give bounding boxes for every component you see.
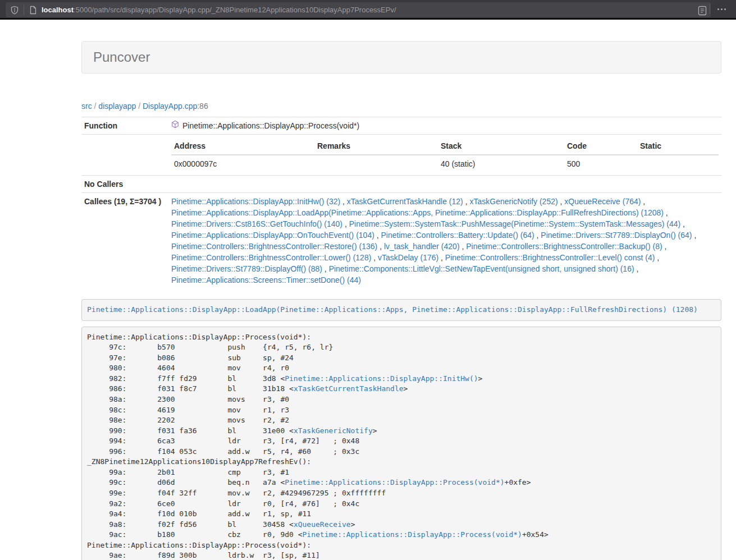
callee-link[interactable]: vTaskDelay (176) — [378, 253, 438, 262]
largest-symbol-banner: Pinetime::Applications::DisplayApp::Load… — [81, 299, 721, 321]
callee-link[interactable]: lv_task_handler (420) — [384, 242, 460, 251]
callee-link[interactable]: Pinetime::Controllers::BrightnessControl… — [466, 242, 662, 251]
callee-link[interactable]: Pinetime::Applications::Screens::Timer::… — [171, 276, 361, 284]
urlbar-divider — [24, 5, 24, 15]
code-symbol-link[interactable]: xQueueReceive — [294, 520, 351, 529]
callee-link[interactable]: Pinetime::System::SystemTask::PushMessag… — [349, 219, 681, 228]
metrics-values-row: 0x0000097c 40 (static) 500 — [171, 155, 719, 172]
callee-link[interactable]: xTaskGetCurrentTaskHandle (12) — [347, 197, 463, 206]
code-line: 98e: 2202 movs r2, #2 — [87, 415, 716, 426]
symbol-info-table: Function Pinetime::Applications::Display… — [81, 117, 721, 288]
callee-link[interactable]: Pinetime::Controllers::Battery::Update()… — [381, 231, 534, 240]
address-bar[interactable]: localhost:5000/path/src/displayapp/Displ… — [6, 2, 711, 17]
code-line: 986: f031 f8c7 bl 31b18 <xTaskGetCurrent… — [87, 384, 716, 394]
callee-link[interactable]: xTaskGenericNotify (252) — [469, 197, 557, 206]
code-line: 99a: 2b01 cmp r3, #1 — [87, 467, 716, 478]
largest-symbol-link[interactable]: Pinetime::Applications::DisplayApp::Load… — [87, 305, 698, 314]
callees-list: Pinetime::Applications::DisplayApp::Init… — [168, 193, 721, 289]
col-code: Code — [564, 137, 637, 155]
code-line: 99e: f04f 32ff mov.w r2, #4294967295 ; 0… — [87, 488, 716, 499]
code-line: 9a8: f02f fd56 bl 30458 <xQueueReceive> — [87, 520, 716, 530]
toolbar-divider — [710, 4, 710, 14]
function-label: Function — [81, 117, 168, 135]
callee-separator: , — [340, 197, 347, 206]
code-line: 980: 4604 mov r4, r0 — [87, 363, 716, 374]
callee-separator: , — [374, 231, 381, 240]
code-line: 990: f031 fa36 bl 31e00 <xTaskGenericNot… — [87, 426, 716, 437]
breadcrumb-link[interactable]: displayapp — [98, 102, 136, 111]
code-line: 994: 6ca3 ldr r3, [r4, #72] ; 0x48 — [87, 436, 716, 447]
code-line: Pinetime::Applications::DisplayApp::Proc… — [87, 540, 716, 551]
col-stack: Stack — [438, 137, 564, 155]
code-symbol-link[interactable]: Pinetime::Applications::DisplayApp::Init… — [285, 374, 478, 383]
brand-link[interactable]: Puncover — [93, 49, 150, 65]
page-content: Puncover src / displayapp / DisplayApp.c… — [81, 41, 721, 560]
breadcrumb-line-number: :86 — [197, 102, 208, 111]
function-name-text: Pinetime::Applications::DisplayApp::Proc… — [182, 120, 359, 131]
callee-link[interactable]: Pinetime::Applications::DisplayApp::OnTo… — [171, 231, 374, 240]
callee-link[interactable]: Pinetime::Drivers::Cst816S::GetTouchInfo… — [171, 219, 342, 228]
callee-link[interactable]: Pinetime::Applications::DisplayApp::Init… — [171, 197, 340, 206]
callee-separator: , — [692, 231, 697, 240]
code-line: 98a: 2300 movs r3, #0 — [87, 394, 716, 405]
callee-separator: , — [438, 253, 445, 262]
callee-separator: , — [322, 264, 329, 273]
callee-separator: , — [664, 208, 668, 217]
code-symbol-link[interactable]: Pinetime::Applications::DisplayApp::Proc… — [303, 530, 522, 539]
breadcrumb-link[interactable]: DisplayApp.cpp — [143, 102, 197, 111]
code-line: 98c: 4619 mov r1, r3 — [87, 405, 716, 416]
callee-link[interactable]: Pinetime::Applications::DisplayApp::Load… — [171, 208, 664, 217]
callee-link[interactable]: Pinetime::Controllers::BrightnessControl… — [171, 253, 371, 262]
function-name: Pinetime::Applications::DisplayApp::Proc… — [171, 120, 359, 131]
code-line: 996: f104 053c add.w r5, r4, #60 ; 0x3c — [87, 447, 716, 457]
code-line: Pinetime::Applications::DisplayApp::Proc… — [87, 332, 716, 343]
metrics-table: Address Remarks Stack Code Static 0x0000… — [171, 137, 719, 172]
browser-toolbar: localhost:5000/path/src/displayapp/Displ… — [0, 0, 736, 20]
callees-row: Callees (19, Σ=3704 ) Pinetime::Applicat… — [81, 193, 721, 289]
page-icon — [29, 6, 38, 15]
callee-separator: , — [463, 197, 470, 206]
code-line: 9ae: f89d 300b ldrb.w r3, [sp, #11] — [87, 550, 716, 560]
remarks-value — [314, 155, 438, 172]
url-text[interactable]: localhost:5000/path/src/displayapp/Displ… — [42, 6, 697, 14]
code-symbol-link[interactable]: xTaskGenericNotify — [294, 426, 373, 435]
code-size-value: 500 — [564, 155, 637, 172]
callee-separator: , — [460, 242, 467, 251]
code-line: _ZN8Pinetime12Applications10DisplayApp7R… — [87, 457, 716, 467]
code-line: 97e: b086 sub sp, #24 — [87, 353, 716, 364]
code-symbol-link[interactable]: Pinetime::Applications::DisplayApp::Proc… — [285, 478, 504, 486]
breadcrumb: src / displayapp / DisplayApp.cpp:86 — [81, 100, 721, 112]
callee-separator: , — [534, 231, 541, 240]
symbol-cube-icon — [171, 120, 179, 131]
callee-separator: , — [377, 242, 384, 251]
callees-label: Callees (19, Σ=3704 ) — [81, 193, 168, 289]
no-callers-row: No Callers — [81, 176, 721, 193]
callee-link[interactable]: xQueueReceive (764) — [564, 197, 641, 206]
url-host: localhost — [42, 6, 74, 14]
callee-link[interactable]: Pinetime::Components::LittleVgl::SetNewT… — [329, 264, 634, 273]
breadcrumb-separator: / — [136, 102, 143, 111]
callee-link[interactable]: Pinetime::Drivers::St7789::DisplayOff() … — [171, 264, 322, 273]
disassembly-block: Pinetime::Applications::DisplayApp::Proc… — [81, 327, 721, 560]
callee-link[interactable]: Pinetime::Controllers::BrightnessControl… — [445, 253, 655, 262]
callee-separator: , — [680, 219, 685, 228]
address-value: 0x0000097c — [171, 155, 314, 172]
callee-separator: , — [342, 219, 349, 228]
callee-link[interactable]: Pinetime::Controllers::BrightnessControl… — [171, 242, 377, 251]
col-remarks: Remarks — [314, 137, 438, 155]
shield-icon[interactable] — [10, 6, 19, 15]
code-line: 99c: d06d beq.n a7a <Pinetime::Applicati… — [87, 478, 716, 488]
code-symbol-link[interactable]: xTaskGetCurrentTaskHandle — [294, 384, 404, 393]
callee-separator: , — [371, 253, 378, 262]
code-line: 982: f7ff fd29 bl 3d8 <Pinetime::Applica… — [87, 374, 716, 384]
callee-link[interactable]: Pinetime::Drivers::St7789::DisplayOn() (… — [541, 231, 692, 240]
breadcrumb-link[interactable]: src — [81, 102, 92, 111]
menu-ellipsis-icon[interactable] — [717, 8, 726, 10]
reader-mode-icon[interactable] — [697, 6, 706, 15]
brand-banner: Puncover — [81, 41, 721, 74]
col-static: Static — [637, 137, 719, 155]
no-callers-label: No Callers — [81, 176, 168, 193]
static-value — [637, 155, 719, 172]
callee-separator: , — [634, 264, 639, 273]
callee-separator: , — [662, 242, 667, 251]
